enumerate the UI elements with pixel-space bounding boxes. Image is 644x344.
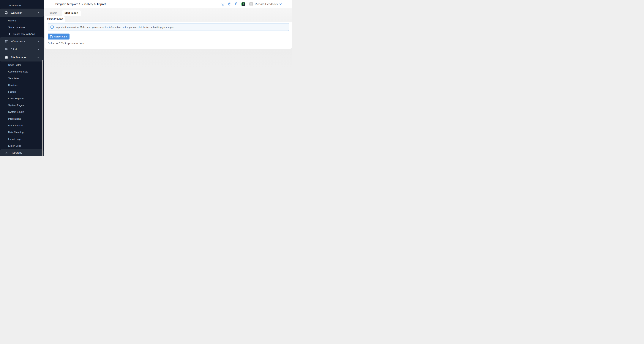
users-icon (4, 48, 8, 51)
help-icon[interactable] (228, 2, 232, 6)
tab-import-preview[interactable]: Import Preview (45, 16, 65, 22)
tab-prepare[interactable]: Prepare (46, 10, 59, 16)
sidebar-item-store-locations[interactable]: Store Locations (0, 24, 44, 30)
line-chart-icon (4, 151, 8, 154)
sidebar-item-system-pages[interactable]: System Pages (0, 102, 44, 108)
sidebar-item-label: Code Editor (8, 64, 21, 66)
sidebar-item-label: Testimonials (8, 4, 22, 7)
sidebar-item-label: Store Locations (8, 26, 25, 29)
plus-icon (8, 33, 10, 35)
sidebar-item-label: Export Logs (8, 144, 21, 147)
sidebar-item-label: Custom Field Sets (8, 70, 28, 73)
select-csv-button[interactable]: Select CSV (48, 34, 70, 40)
sidebar-item-label: Import Logs (8, 138, 21, 140)
sidebar-item-templates[interactable]: Templates (0, 75, 44, 82)
sidebar-item-export-logs[interactable]: Export Logs (0, 142, 44, 149)
database-icon (4, 11, 8, 15)
tab-start-import[interactable]: Start Import (62, 10, 81, 16)
sidebar-scrollbar[interactable] (42, 60, 43, 156)
avatar[interactable] (249, 2, 253, 6)
sidebar-item-label: Code Snippets (8, 97, 24, 100)
tab-label: Import Preview (46, 17, 63, 20)
sidebar-group-webapps[interactable]: WebApps (0, 8, 44, 17)
sidebar-group-ecommerce[interactable]: eCommerce (0, 37, 44, 45)
sub-tab-bar: Import Preview (44, 16, 65, 22)
sidebar-item-gallery[interactable]: Gallery (0, 17, 44, 24)
tab-label: Prepare (49, 12, 57, 14)
sidebar-item-deleted-items[interactable]: Deleted Items (0, 122, 44, 129)
sidebar-item-label: Footers (8, 90, 16, 93)
home-icon[interactable] (221, 2, 225, 6)
shopping-cart-icon (4, 40, 8, 43)
sidebar-group-label: Reporting (10, 151, 22, 154)
user-name[interactable]: Richard Hendricks (255, 2, 278, 6)
sidebar-item-label: Templates (8, 77, 19, 80)
sidebar-item-data-cleaning[interactable]: Data Cleaning (0, 129, 44, 136)
sidebar-item-label: Gallery (8, 19, 16, 22)
sidebar-item-label: Create new WebApp (13, 32, 35, 36)
sidebar-item-import-logs[interactable]: Import Logs (0, 136, 44, 142)
user-menu-chevron-icon[interactable] (279, 2, 282, 6)
sidebar-group-reporting[interactable]: Reporting (0, 149, 44, 156)
sidebar-item-system-emails[interactable]: System Emails (0, 108, 44, 115)
sidebar-group-label: CRM (10, 48, 17, 51)
header-divider (52, 0, 52, 8)
chevron-down-icon (37, 40, 40, 42)
main-area: Siteglide Template 1>Gallery>Import (44, 0, 292, 156)
sliders-icon (4, 56, 8, 59)
sidebar-item-integrations[interactable]: Integrations (0, 115, 44, 122)
info-banner-text: Important information: Make sure you've … (56, 26, 175, 28)
chevron-up-icon (37, 56, 40, 58)
top-header: Siteglide Template 1>Gallery>Import (44, 0, 292, 8)
sidebar-group-label: eCommerce (10, 40, 25, 43)
breadcrumb-section[interactable]: Gallery (84, 2, 93, 6)
sidebar-item-testimonials[interactable]: Testimonials (0, 2, 44, 9)
chevron-up-icon (37, 12, 40, 14)
history-icon[interactable] (235, 2, 238, 6)
tab-bar: Prepare Start Import (44, 10, 81, 16)
sidebar-item-create-new-webapp[interactable]: Create new WebApp (0, 30, 44, 37)
breadcrumb: Siteglide Template 1>Gallery>Import (55, 2, 106, 6)
app-window: Testimonials WebApps Gallery Store Locat… (0, 0, 292, 156)
sidebar-item-label: System Pages (8, 104, 24, 106)
sidebar-item-label: Data Cleaning (8, 131, 24, 134)
breadcrumb-current: Import (97, 2, 106, 6)
sidebar-item-code-snippets[interactable]: Code Snippets (0, 95, 44, 102)
import-preview-panel: Important information: Make sure you've … (45, 22, 292, 49)
sidebar-group-crm[interactable]: CRM (0, 45, 44, 53)
header-actions: Richard Hendricks (221, 2, 292, 6)
tab-label: Start Import (64, 12, 78, 14)
sidebar-item-code-editor[interactable]: Code Editor (0, 62, 44, 68)
sidebar-item-label: Headers (8, 84, 17, 86)
sidebar-item-footers[interactable]: Footers (0, 88, 44, 95)
csv-preview-caption: Select a CSV to preview data. (48, 42, 85, 45)
sidebar-item-label: Integrations (8, 118, 21, 120)
breadcrumb-root[interactable]: Siteglide Template 1 (55, 2, 80, 6)
file-icon (50, 35, 52, 38)
siteglide-logo-icon[interactable] (241, 2, 246, 6)
sidebar: Testimonials WebApps Gallery Store Locat… (0, 0, 44, 156)
sidebar-group-site-manager[interactable]: Site Manager (0, 53, 44, 62)
sidebar-item-custom-field-sets[interactable]: Custom Field Sets (0, 68, 44, 75)
sidebar-item-headers[interactable]: Headers (0, 82, 44, 88)
sidebar-group-panel: eCommerce CRM Site Manager (0, 37, 44, 62)
sidebar-item-label: Deleted Items (8, 124, 23, 127)
info-icon (50, 25, 54, 29)
collapse-sidebar-icon[interactable] (46, 2, 50, 6)
sidebar-group-label: WebApps (10, 11, 22, 14)
select-csv-label: Select CSV (54, 35, 67, 38)
sidebar-item-label: System Emails (8, 110, 24, 113)
sidebar-group-label: Site Manager (10, 56, 27, 59)
info-banner: Important information: Make sure you've … (48, 23, 289, 31)
chevron-down-icon (37, 48, 40, 50)
